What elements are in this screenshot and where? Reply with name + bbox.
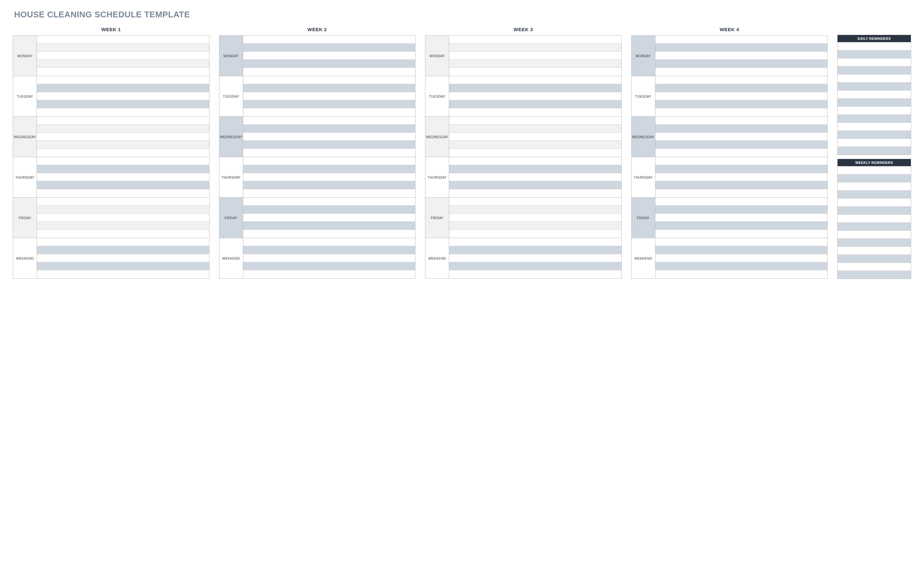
task-row[interactable] <box>243 141 416 149</box>
task-row[interactable] <box>449 262 621 270</box>
task-row[interactable] <box>37 149 209 157</box>
task-row[interactable] <box>656 84 828 92</box>
task-row[interactable] <box>449 52 621 60</box>
task-row[interactable] <box>656 262 828 270</box>
task-row[interactable] <box>37 141 209 149</box>
task-row[interactable] <box>656 165 828 173</box>
task-row[interactable] <box>243 68 416 76</box>
task-row[interactable] <box>656 254 828 262</box>
task-row[interactable] <box>243 222 416 230</box>
task-row[interactable] <box>37 44 209 52</box>
task-row[interactable] <box>449 270 621 278</box>
task-row[interactable] <box>656 181 828 189</box>
reminder-row[interactable] <box>838 147 911 155</box>
task-row[interactable] <box>656 230 828 238</box>
reminder-row[interactable] <box>838 214 911 222</box>
task-row[interactable] <box>37 84 209 92</box>
task-row[interactable] <box>37 198 209 206</box>
task-row[interactable] <box>37 230 209 238</box>
task-row[interactable] <box>243 108 416 116</box>
task-row[interactable] <box>449 173 621 181</box>
task-row[interactable] <box>243 214 416 222</box>
task-row[interactable] <box>449 149 621 157</box>
task-row[interactable] <box>449 157 621 165</box>
task-row[interactable] <box>449 181 621 189</box>
task-row[interactable] <box>656 189 828 197</box>
task-row[interactable] <box>449 141 621 149</box>
task-row[interactable] <box>656 246 828 254</box>
task-row[interactable] <box>243 133 416 141</box>
reminder-row[interactable] <box>838 90 911 98</box>
reminder-row[interactable] <box>838 190 911 198</box>
reminder-row[interactable] <box>838 42 911 50</box>
task-row[interactable] <box>37 262 209 270</box>
task-row[interactable] <box>37 238 209 246</box>
reminder-row[interactable] <box>838 230 911 239</box>
task-row[interactable] <box>37 214 209 222</box>
task-row[interactable] <box>243 165 416 173</box>
task-row[interactable] <box>656 198 828 206</box>
task-row[interactable] <box>37 206 209 214</box>
task-row[interactable] <box>449 125 621 133</box>
task-row[interactable] <box>37 189 209 197</box>
task-row[interactable] <box>656 214 828 222</box>
task-row[interactable] <box>37 222 209 230</box>
task-row[interactable] <box>37 270 209 278</box>
task-row[interactable] <box>449 198 621 206</box>
task-row[interactable] <box>656 108 828 116</box>
task-row[interactable] <box>449 254 621 262</box>
task-row[interactable] <box>243 181 416 189</box>
task-row[interactable] <box>37 157 209 165</box>
reminder-row[interactable] <box>838 50 911 58</box>
task-row[interactable] <box>37 52 209 60</box>
reminder-row[interactable] <box>838 246 911 255</box>
task-row[interactable] <box>243 92 416 100</box>
task-row[interactable] <box>656 68 828 76</box>
task-row[interactable] <box>37 246 209 254</box>
task-row[interactable] <box>243 52 416 60</box>
task-row[interactable] <box>243 189 416 197</box>
reminder-row[interactable] <box>838 66 911 74</box>
task-row[interactable] <box>656 133 828 141</box>
task-row[interactable] <box>449 92 621 100</box>
task-row[interactable] <box>243 125 416 133</box>
task-row[interactable] <box>656 44 828 52</box>
task-row[interactable] <box>243 76 416 84</box>
task-row[interactable] <box>656 92 828 100</box>
task-row[interactable] <box>656 141 828 149</box>
task-row[interactable] <box>37 108 209 116</box>
task-row[interactable] <box>656 60 828 68</box>
reminder-row[interactable] <box>838 74 911 82</box>
task-row[interactable] <box>449 222 621 230</box>
task-row[interactable] <box>37 125 209 133</box>
reminder-row[interactable] <box>838 255 911 263</box>
reminder-row[interactable] <box>838 174 911 182</box>
task-row[interactable] <box>449 60 621 68</box>
reminder-row[interactable] <box>838 131 911 138</box>
task-row[interactable] <box>656 222 828 230</box>
task-row[interactable] <box>449 230 621 238</box>
task-row[interactable] <box>37 92 209 100</box>
task-row[interactable] <box>37 36 209 44</box>
task-row[interactable] <box>449 165 621 173</box>
task-row[interactable] <box>243 198 416 206</box>
task-row[interactable] <box>243 44 416 52</box>
task-row[interactable] <box>243 173 416 181</box>
reminder-row[interactable] <box>838 182 911 190</box>
reminder-row[interactable] <box>838 270 911 279</box>
task-row[interactable] <box>449 214 621 222</box>
reminder-row[interactable] <box>838 98 911 107</box>
reminder-row[interactable] <box>838 107 911 114</box>
task-row[interactable] <box>243 238 416 246</box>
task-row[interactable] <box>656 125 828 133</box>
task-row[interactable] <box>449 189 621 197</box>
task-row[interactable] <box>449 68 621 76</box>
reminder-row[interactable] <box>838 82 911 90</box>
task-row[interactable] <box>243 149 416 157</box>
task-row[interactable] <box>243 36 416 44</box>
task-row[interactable] <box>449 100 621 108</box>
reminder-row[interactable] <box>838 206 911 214</box>
task-row[interactable] <box>243 270 416 278</box>
task-row[interactable] <box>243 100 416 108</box>
task-row[interactable] <box>243 60 416 68</box>
